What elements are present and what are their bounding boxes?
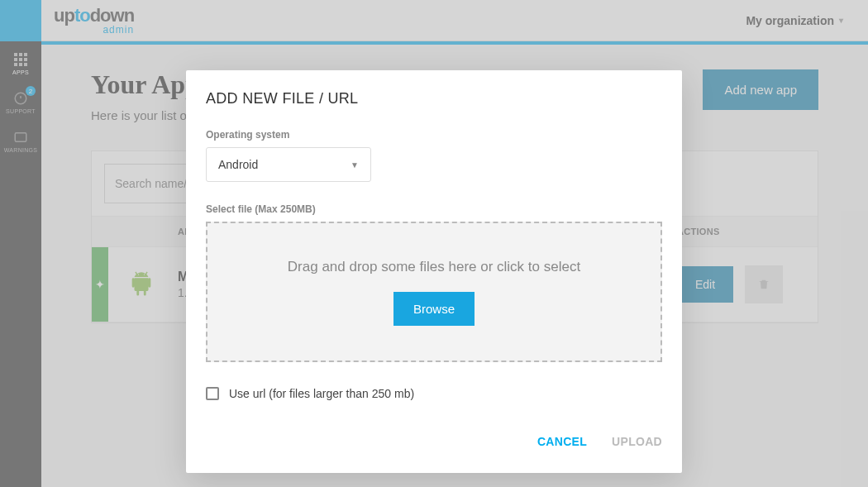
modal-title: ADD NEW FILE / URL <box>206 90 662 107</box>
upload-button: UPLOAD <box>612 435 662 448</box>
use-url-label: Use url (for files larger than 250 mb) <box>229 387 414 400</box>
use-url-checkbox[interactable] <box>206 387 219 400</box>
os-select-value: Android <box>218 158 258 171</box>
os-field-label: Operating system <box>206 129 662 141</box>
modal-overlay[interactable]: ADD NEW FILE / URL Operating system Andr… <box>0 0 868 487</box>
file-dropzone[interactable]: Drag and drop some files here or click t… <box>206 222 662 362</box>
os-select[interactable]: Android ▼ <box>206 147 371 182</box>
chevron-down-icon: ▼ <box>351 160 359 169</box>
dropzone-text: Drag and drop some files here or click t… <box>288 259 580 275</box>
file-field-label: Select file (Max 250MB) <box>206 203 662 215</box>
cancel-button[interactable]: CANCEL <box>537 435 587 448</box>
browse-button[interactable]: Browse <box>393 292 475 326</box>
add-file-modal: ADD NEW FILE / URL Operating system Andr… <box>186 70 682 473</box>
